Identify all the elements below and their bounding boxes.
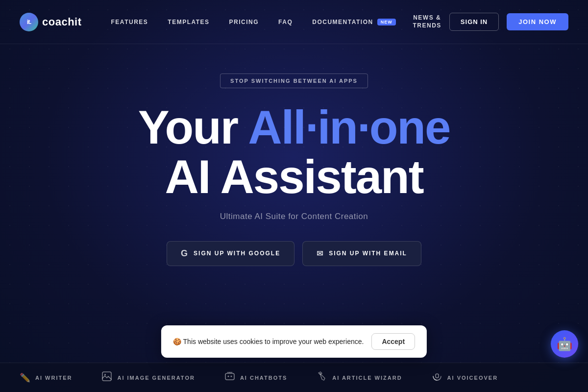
nav-links: FEATURES TEMPLATES PRICING FAQ DOCUMENTA… [111,19,413,25]
chatbots-label: AI CHATBOTS [240,375,287,381]
accept-cookie-button[interactable]: Accept [371,333,415,350]
svg-point-6 [231,372,232,373]
hero-subtitle: Ultimate AI Suite for Content Creation [220,212,368,221]
feature-article: AI ARTICLE WIZARD [317,371,402,384]
cookie-text: 🍪 This website uses cookies to improve y… [173,338,364,345]
nav-link-templates[interactable]: TEMPLATES [168,19,209,25]
email-icon: ✉ [317,249,324,258]
hero-section: STOP SWITCHING BETWEEN AI APPS Your All·… [0,44,588,286]
nav-right: NEWS &TRENDS SIGN IN JOIN NOW [413,13,568,31]
cookie-banner: 🍪 This website uses cookies to improve y… [161,325,427,358]
new-badge: NEW [377,19,396,25]
hero-buttons: G SIGN UP WITH GOOGLE ✉ SIGN UP WITH EMA… [167,241,421,266]
logo-area[interactable]: it. coachit [20,13,82,31]
nav-link-documentation[interactable]: DOCUMENTATION NEW [312,19,395,25]
voice-label: AI VOICEOVER [447,375,498,381]
feature-voice: AI VOICEOVER [432,371,498,384]
feature-bar: ✏️ AI WRITER AI IMAGE GENERATOR AI CHATB… [0,363,588,392]
chatbot-icon [224,371,235,384]
navbar: it. coachit FEATURES TEMPLATES PRICING F… [0,0,588,44]
brand-name: coachit [42,16,82,28]
logo-icon: it. [20,13,38,31]
hero-title-line1: Your All·in·one [138,103,450,152]
image-gen-label: AI IMAGE GENERATOR [117,375,195,381]
feature-image-gen: AI IMAGE GENERATOR [101,371,195,384]
svg-rect-2 [225,373,234,380]
nav-link-pricing[interactable]: PRICING [229,19,259,25]
article-label: AI ARTICLE WIZARD [332,375,402,381]
hero-title-highlight: All·in·one [248,101,450,153]
hero-tag: STOP SWITCHING BETWEEN AI APPS [220,74,368,88]
svg-point-5 [227,372,228,373]
signup-google-button[interactable]: G SIGN UP WITH GOOGLE [167,241,294,266]
voice-icon [432,371,442,384]
writer-label: AI WRITER [35,375,72,381]
svg-point-4 [230,376,232,377]
robot-chat-icon[interactable]: 🤖 [551,330,578,358]
svg-point-1 [104,374,106,375]
svg-point-3 [227,376,229,377]
hero-title: Your All·in·one AI Assistant [138,103,450,202]
svg-rect-0 [102,372,111,381]
writer-icon: ✏️ [20,372,30,383]
image-gen-icon [101,371,112,384]
google-icon: G [181,248,189,259]
news-trends-link[interactable]: NEWS &TRENDS [413,14,441,29]
feature-chatbots: AI CHATBOTS [224,371,287,384]
joinnow-button[interactable]: JOIN NOW [507,13,568,30]
hero-title-line2: AI Assistant [138,152,450,202]
nav-link-features[interactable]: FEATURES [111,19,148,25]
signin-button[interactable]: SIGN IN [449,13,499,31]
nav-link-faq[interactable]: FAQ [278,19,293,25]
cookie-emoji: 🍪 [173,338,181,345]
article-icon [317,371,327,384]
signup-email-button[interactable]: ✉ SIGN UP WITH EMAIL [302,241,421,266]
feature-writer: ✏️ AI WRITER [20,372,72,383]
